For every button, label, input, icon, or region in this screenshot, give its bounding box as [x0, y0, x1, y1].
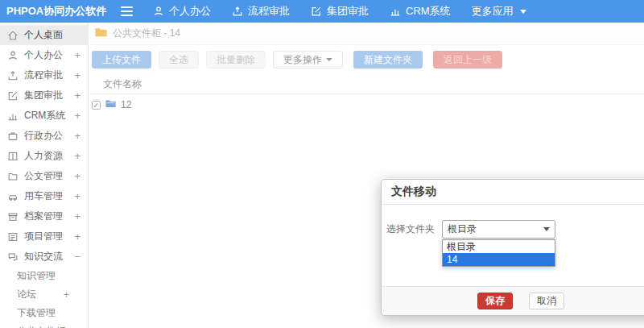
folder-select[interactable]: 根目录 [442, 220, 555, 239]
folder-select-value: 根目录 [448, 222, 477, 236]
sidebar-item-label: 用车管理 [24, 189, 63, 203]
sidebar-item-workflow-approval[interactable]: 流程审批 + [0, 65, 88, 85]
cancel-button[interactable]: 取消 [529, 293, 564, 309]
sidebar-item-label: 档案管理 [24, 210, 63, 223]
expand-toggle[interactable]: + [74, 110, 80, 122]
sidebar-subitem-forum[interactable]: 论坛 + [0, 285, 88, 304]
batch-delete-button[interactable]: 批量删除 [206, 51, 266, 69]
toolbar: 上传文件 全选 批量删除 更多操作 新建文件夹 返回上一级 [89, 45, 644, 69]
breadcrumb: 公共文件柜 - 14 [89, 23, 644, 45]
file-name-link[interactable]: 12 [121, 99, 131, 110]
nav-item-workflow-approval[interactable]: 流程审批 [221, 0, 300, 23]
bar-chart-icon [390, 6, 401, 17]
folder-select-label: 选择文件夹 [382, 222, 435, 236]
nav-item-personal-office[interactable]: 个人办公 [142, 0, 221, 23]
more-actions-button[interactable]: 更多操作 [273, 51, 343, 69]
nav-item-label: CRM系统 [406, 4, 451, 19]
save-button[interactable]: 保存 [477, 293, 513, 309]
expand-toggle[interactable]: + [74, 130, 80, 142]
sidebar-item-label: 人力资源 [24, 149, 63, 163]
dropdown-option-root[interactable]: 根目录 [443, 240, 555, 253]
expand-toggle[interactable]: + [74, 210, 80, 222]
folder-select-dropdown: 根目录 14 [442, 239, 555, 267]
sidebar-subitem-label: 知识管理 [17, 269, 56, 283]
sidebar-item-admin-office[interactable]: 行政办公 + [0, 126, 88, 146]
menu-hamburger-icon[interactable] [121, 6, 133, 16]
sidebar-item-document-management[interactable]: 公文管理 + [0, 166, 88, 186]
dialog-body: 选择文件夹 根目录 根目录 14 [382, 205, 644, 286]
file-folder-icon [105, 99, 116, 110]
sidebar-item-label: 知识交流 [24, 250, 63, 264]
dropdown-option-14[interactable]: 14 [443, 253, 555, 266]
sidebar-item-label: 个人办公 [24, 48, 63, 62]
row-checkbox[interactable]: ✓ [92, 101, 101, 110]
expand-toggle[interactable]: + [74, 69, 80, 81]
collapse-toggle[interactable]: − [74, 251, 80, 263]
sidebar-subitem-public-file-cabinet[interactable]: 公共文件柜 [0, 322, 88, 328]
nav-item-crm[interactable]: CRM系统 [379, 0, 461, 23]
sidebar-item-project-management[interactable]: 项目管理 + [0, 226, 88, 247]
upload-icon [7, 70, 19, 81]
clipboard-icon [7, 231, 19, 243]
sidebar-item-crm[interactable]: CRM系统 + [0, 106, 88, 126]
sidebar-item-label: 行政办公 [24, 129, 63, 143]
folder-icon [7, 171, 19, 182]
expand-toggle[interactable]: + [64, 289, 69, 301]
sidebar-item-vehicle-management[interactable]: 用车管理 + [0, 186, 88, 206]
sidebar-item-label: 项目管理 [24, 230, 63, 243]
sidebar: 个人桌面 个人办公 + 流程审批 + 集团审批 + CRM系统 + 行政办公 +… [0, 23, 89, 328]
archive-icon [7, 211, 19, 222]
dialog-footer: 保存 取消 [382, 286, 644, 315]
home-icon [7, 30, 19, 41]
sidebar-subitem-download-management[interactable]: 下载管理 [0, 304, 88, 322]
expand-toggle[interactable]: + [74, 230, 80, 243]
nav-item-label: 集团审批 [327, 4, 369, 19]
expand-toggle[interactable]: + [74, 49, 80, 61]
user-icon [7, 50, 19, 61]
app-logo: PHPOA协同办公软件 [0, 4, 113, 19]
nav-item-more-apps[interactable]: 更多应用 [461, 0, 537, 23]
sidebar-item-label: 流程审批 [24, 69, 63, 82]
expand-toggle[interactable]: + [74, 190, 80, 202]
sidebar-subitem-label: 下载管理 [17, 306, 56, 320]
edit-icon [7, 90, 19, 102]
dialog-header: 文件移动 [382, 180, 644, 205]
folder-select-field: 选择文件夹 根目录 [382, 220, 555, 239]
nav-item-group-approval[interactable]: 集团审批 [300, 0, 379, 23]
nav-item-label: 更多应用 [472, 4, 514, 19]
sidebar-subitem-knowledge-management[interactable]: 知识管理 [0, 267, 88, 285]
sidebar-subitem-label: 公共文件柜 [17, 325, 65, 328]
upload-file-button[interactable]: 上传文件 [92, 51, 151, 69]
upload-icon [232, 6, 243, 17]
edit-icon [311, 6, 322, 17]
sidebar-item-personal-office[interactable]: 个人办公 + [0, 45, 88, 65]
sidebar-item-label: 个人桌面 [24, 28, 63, 42]
sidebar-subitem-label: 论坛 [17, 288, 36, 301]
top-navbar: PHPOA协同办公软件 个人办公 流程审批 集团审批 CRM系统 更多应用 [0, 0, 644, 23]
sidebar-item-group-approval[interactable]: 集团审批 + [0, 85, 88, 106]
nav-item-label: 流程审批 [248, 4, 290, 19]
bar-chart-icon [7, 110, 19, 122]
sidebar-item-label: 公文管理 [24, 169, 63, 183]
table-row[interactable]: ✓ 12 [89, 94, 644, 115]
caret-down-icon [326, 58, 332, 61]
sidebar-item-hr[interactable]: 人力资源 + [0, 146, 88, 166]
new-folder-button[interactable]: 新建文件夹 [353, 51, 423, 69]
go-up-level-button[interactable]: 返回上一级 [433, 51, 502, 69]
book-icon [7, 151, 19, 162]
sidebar-item-desktop[interactable]: 个人桌面 [0, 25, 88, 45]
select-all-button[interactable]: 全选 [159, 51, 199, 69]
expand-toggle[interactable]: + [74, 150, 80, 162]
expand-toggle[interactable]: + [74, 170, 80, 182]
more-actions-label: 更多操作 [283, 52, 322, 68]
caret-down-icon [543, 227, 550, 231]
column-header-file-name: 文件名称 [103, 77, 142, 91]
breadcrumb-path: 公共文件柜 - 14 [113, 27, 180, 40]
top-navigation: 个人办公 流程审批 集团审批 CRM系统 更多应用 [142, 0, 537, 23]
sidebar-item-archive-management[interactable]: 档案管理 + [0, 206, 88, 226]
table-header: 文件名称 [89, 75, 644, 94]
file-move-dialog: 文件移动 选择文件夹 根目录 根目录 14 保存 取消 [381, 179, 644, 316]
expand-toggle[interactable]: + [74, 89, 80, 102]
folder-icon [95, 27, 107, 39]
sidebar-item-knowledge-exchange[interactable]: 知识交流 − [0, 247, 88, 267]
